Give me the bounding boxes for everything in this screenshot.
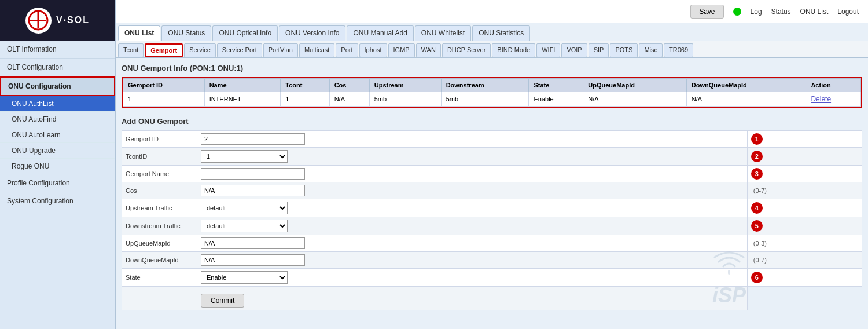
subtab-iphost[interactable]: Iphost	[359, 43, 387, 57]
form-row-tcont-id: TcontID 1 2	[122, 148, 862, 166]
cos-input[interactable]	[201, 185, 305, 196]
col-upstream: Upstream	[369, 79, 441, 92]
downqueue-hint: (0-7)	[751, 257, 767, 264]
tab-onu-status[interactable]: ONU Status	[161, 25, 211, 41]
form-row-cos: Cos (0-7)	[122, 182, 862, 199]
gemport-info-title: ONU Gemport Info (PON:1 ONU:1)	[122, 64, 862, 72]
tab-onu-version-info[interactable]: ONU Version Info	[279, 25, 345, 41]
cell-name: INTERNET	[204, 92, 281, 107]
sidebar-section-onu-configuration[interactable]: ONU Configuration	[0, 76, 115, 96]
status-link[interactable]: Status	[771, 8, 791, 16]
save-button[interactable]: Save	[690, 5, 723, 19]
input-cell-cos	[197, 182, 748, 199]
label-state: State	[122, 269, 197, 287]
log-link[interactable]: Log	[751, 8, 762, 16]
logout-link[interactable]: Logout	[837, 8, 859, 16]
col-downqueue: DownQueueMapId	[686, 79, 806, 92]
sidebar-item-onu-authlist[interactable]: ONU AuthList	[0, 96, 115, 112]
subtab-wifi[interactable]: WIFI	[536, 43, 560, 57]
tab-onu-manual-add[interactable]: ONU Manual Add	[347, 25, 413, 41]
sidebar-item-onu-upgrade[interactable]: ONU Upgrade	[0, 143, 115, 159]
sidebar: V·SOL OLT Information OLT Configuration …	[0, 0, 116, 329]
cell-tcont: 1	[281, 92, 329, 107]
sidebar-item-profile-configuration[interactable]: Profile Configuration	[0, 174, 115, 192]
input-cell-tcont-id: 1	[197, 148, 748, 166]
sidebar-item-onu-autolearn[interactable]: ONU AutoLearn	[0, 127, 115, 143]
input-cell-gemport-name	[197, 166, 748, 182]
sidebar-item-onu-autofind[interactable]: ONU AutoFind	[0, 112, 115, 127]
add-gemport-title: Add ONU Gemport	[122, 117, 862, 126]
gemport-name-input[interactable]	[201, 168, 305, 180]
subtab-tcont[interactable]: Tcont	[118, 43, 144, 57]
label-upqueue: UpQueueMapId	[122, 235, 197, 252]
tcont-id-select[interactable]: 1	[201, 150, 288, 163]
label-cos: Cos	[122, 182, 197, 199]
status-indicator	[733, 8, 741, 16]
tab-onu-statistics[interactable]: ONU Statistics	[472, 25, 530, 41]
sub-tabs: Tcont Gemport Service Service Port PortV…	[116, 41, 868, 58]
delete-link[interactable]: Delete	[811, 95, 831, 103]
subtab-service[interactable]: Service	[184, 43, 216, 57]
subtab-sip[interactable]: SIP	[589, 43, 609, 57]
sidebar-item-rogue-onu[interactable]: Rogue ONU	[0, 159, 115, 174]
step-3-badge: 3	[751, 168, 763, 180]
label-gemport-name: Gemport Name	[122, 166, 197, 182]
input-cell-upqueue	[197, 235, 748, 252]
label-tcont-id: TcontID	[122, 148, 197, 166]
col-upqueue: UpQueueMapId	[583, 79, 687, 92]
cell-downstream: 5mb	[441, 92, 529, 107]
subtab-voip[interactable]: VOIP	[561, 43, 587, 57]
subtab-port[interactable]: Port	[336, 43, 358, 57]
onu-list-link[interactable]: ONU List	[800, 8, 829, 16]
state-select[interactable]: Enable Disable	[201, 271, 288, 284]
content-area: ONU Gemport Info (PON:1 ONU:1) Gemport I…	[116, 58, 868, 329]
upqueue-input[interactable]	[201, 237, 305, 249]
subtab-service-port[interactable]: Service Port	[217, 43, 262, 57]
form-row-downqueue: DownQueueMapId (0-7)	[122, 252, 862, 269]
sidebar-item-system-configuration[interactable]: System Configuration	[0, 192, 115, 210]
subtab-dhcp-server[interactable]: DHCP Server	[442, 43, 491, 57]
form-row-upqueue: UpQueueMapId (0-3)	[122, 235, 862, 252]
logo-text: V·SOL	[56, 15, 90, 25]
subtab-misc[interactable]: Misc	[639, 43, 663, 57]
commit-button[interactable]: Commit	[201, 294, 244, 308]
subtab-bind-mode[interactable]: BIND Mode	[492, 43, 535, 57]
col-gemport-id: Gemport ID	[123, 79, 205, 92]
isp-text: iSP	[712, 283, 746, 308]
gemport-id-input[interactable]	[201, 133, 305, 145]
input-cell-downqueue	[197, 252, 748, 269]
upqueue-hint: (0-3)	[751, 240, 767, 247]
downstream-select[interactable]: default	[201, 220, 288, 232]
col-name: Name	[204, 79, 281, 92]
subtab-multicast[interactable]: Multicast	[299, 43, 334, 57]
label-downstream: Downstream Traffic	[122, 217, 197, 235]
subtab-tr069[interactable]: TR069	[664, 43, 693, 57]
sidebar-item-olt-configuration[interactable]: OLT Configuration	[0, 59, 115, 76]
col-cos: Cos	[329, 79, 369, 92]
sidebar-item-olt-information[interactable]: OLT Information	[0, 41, 115, 59]
cos-hint: (0-7)	[751, 187, 767, 194]
label-gemport-id: Gemport ID	[122, 131, 197, 148]
commit-cell: Commit	[197, 287, 748, 310]
cell-state: Enable	[529, 92, 583, 107]
downqueue-input[interactable]	[201, 254, 305, 266]
cell-action[interactable]: Delete	[806, 92, 861, 107]
subtab-pots[interactable]: POTS	[610, 43, 638, 57]
tab-onu-list[interactable]: ONU List	[118, 25, 160, 41]
tab-onu-whitelist[interactable]: ONU Whitelist	[415, 25, 471, 41]
cell-downqueue: N/A	[686, 92, 806, 107]
step-1-badge: 1	[751, 133, 763, 145]
form-row-downstream: Downstream Traffic default 5	[122, 217, 862, 235]
tab-onu-optical-info[interactable]: ONU Optical Info	[212, 25, 278, 41]
gemport-table-wrapper: Gemport ID Name Tcont Cos Upstream Downs…	[122, 77, 862, 108]
subtab-gemport[interactable]: Gemport	[145, 43, 183, 57]
cell-cos: N/A	[329, 92, 369, 107]
upstream-select[interactable]: default	[201, 202, 288, 214]
subtab-portvlan[interactable]: PortVlan	[263, 43, 298, 57]
main-area: Save Log Status ONU List Logout ONU List…	[116, 0, 868, 329]
cell-upstream: 5mb	[369, 92, 441, 107]
col-tcont: Tcont	[281, 79, 329, 92]
subtab-wan[interactable]: WAN	[416, 43, 441, 57]
subtab-igmp[interactable]: IGMP	[388, 43, 415, 57]
input-cell-downstream: default	[197, 217, 748, 235]
